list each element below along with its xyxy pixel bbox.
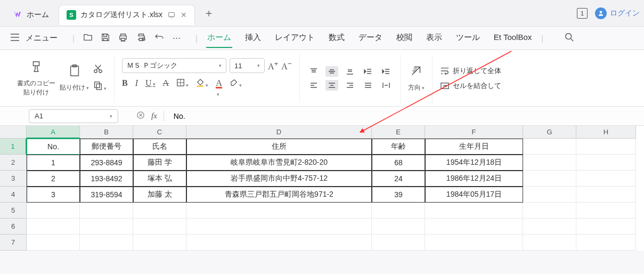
fill-color-button[interactable]: ▾: [196, 78, 208, 98]
print-preview-icon[interactable]: [136, 33, 146, 43]
cell-B3[interactable]: 193-8492: [80, 171, 133, 187]
cell-E5[interactable]: [372, 203, 425, 219]
cell-G6[interactable]: [523, 219, 576, 235]
close-icon[interactable]: ✕: [181, 11, 187, 19]
cell-B5[interactable]: [80, 203, 133, 219]
formula-input[interactable]: [170, 109, 639, 123]
menu-tab-6[interactable]: 表示: [425, 28, 443, 48]
cell-B2[interactable]: 293-8849: [80, 155, 133, 171]
cut-button[interactable]: [93, 64, 107, 76]
menu-tab-4[interactable]: データ: [357, 28, 384, 48]
cell-A1[interactable]: No.: [27, 139, 80, 155]
clear-format-button[interactable]: ▾: [230, 78, 242, 98]
cell-B1[interactable]: 郵便番号: [80, 139, 133, 155]
font-size-select[interactable]: 11▾: [230, 58, 265, 73]
column-header-C[interactable]: C: [133, 126, 186, 139]
copy-button[interactable]: ▾: [93, 80, 107, 93]
cell-D2[interactable]: 岐阜県岐阜市雪見町2-820-20: [186, 155, 372, 171]
align-right-button[interactable]: [344, 80, 356, 91]
cell-H4[interactable]: [576, 187, 636, 203]
cell-G3[interactable]: [523, 171, 576, 187]
merge-cells-button[interactable]: セルを結合して: [440, 81, 501, 91]
cell-B7[interactable]: [80, 235, 133, 251]
row-header-1[interactable]: 1: [0, 139, 27, 155]
cell-B4[interactable]: 319-8594: [80, 187, 133, 203]
login-button[interactable]: ログイン: [595, 7, 640, 19]
cell-C5[interactable]: [133, 203, 186, 219]
cell-F5[interactable]: [425, 203, 523, 219]
spreadsheet-grid[interactable]: ABCDEFGH 1234567 No.郵便番号氏名住所年齢生年月日1293-8…: [0, 126, 644, 251]
cell-A3[interactable]: 2: [27, 171, 80, 187]
bold-button[interactable]: B: [122, 78, 128, 98]
column-header-D[interactable]: D: [186, 126, 372, 139]
cell-C2[interactable]: 藤田 学: [133, 155, 186, 171]
format-painter-button[interactable]: 書式のコピー 貼り付け: [17, 60, 55, 97]
print-icon[interactable]: [118, 33, 128, 43]
menu-tab-3[interactable]: 数式: [328, 28, 346, 48]
column-header-B[interactable]: B: [80, 126, 133, 139]
cell-F1[interactable]: 生年月日: [425, 139, 523, 155]
cell-G1[interactable]: [523, 139, 576, 155]
search-icon[interactable]: [565, 33, 574, 44]
cell-E2[interactable]: 68: [372, 155, 425, 171]
row-header-4[interactable]: 4: [0, 187, 27, 203]
wrap-text-button[interactable]: 折り返して全体: [440, 66, 501, 76]
cell-B6[interactable]: [80, 219, 133, 235]
name-box[interactable]: A1▾: [29, 109, 118, 123]
cell-D7[interactable]: [186, 235, 372, 251]
align-bottom-button[interactable]: [344, 66, 356, 77]
cell-F7[interactable]: [425, 235, 523, 251]
row-header-2[interactable]: 2: [0, 155, 27, 171]
more-icon[interactable]: ⋯: [173, 33, 181, 43]
italic-button[interactable]: I: [135, 78, 138, 98]
row-header-7[interactable]: 7: [0, 235, 27, 251]
cell-C1[interactable]: 氏名: [133, 139, 186, 155]
menu-tab-5[interactable]: 校閲: [395, 28, 413, 48]
align-top-button[interactable]: [307, 66, 320, 77]
underline-button[interactable]: U▾: [145, 78, 156, 98]
cell-D5[interactable]: [186, 203, 372, 219]
cell-G4[interactable]: [523, 187, 576, 203]
increase-indent-button[interactable]: [380, 66, 393, 77]
tab-home[interactable]: ホーム: [5, 5, 56, 25]
decrease-font-button[interactable]: A−: [281, 60, 291, 71]
cell-C6[interactable]: [133, 219, 186, 235]
paste-button[interactable]: 貼り付け▾: [60, 64, 89, 92]
cell-F6[interactable]: [425, 219, 523, 235]
cell-A2[interactable]: 1: [27, 155, 80, 171]
borders-button[interactable]: ▾: [176, 78, 189, 98]
orientation-button[interactable]: ab 方向▾: [408, 64, 425, 92]
window-number-badge[interactable]: 1: [577, 8, 588, 19]
decrease-indent-button[interactable]: [362, 66, 374, 77]
cell-E6[interactable]: [372, 219, 425, 235]
cell-A6[interactable]: [27, 219, 80, 235]
column-header-E[interactable]: E: [372, 126, 425, 139]
cell-G7[interactable]: [523, 235, 576, 251]
align-left-button[interactable]: [307, 80, 320, 91]
cell-F2[interactable]: 1954年12月18日: [425, 155, 523, 171]
menu-label[interactable]: メニュー: [26, 33, 58, 43]
tab-document[interactable]: S カタログ送付リスト.xlsx ✕: [59, 5, 195, 25]
new-tab-button[interactable]: ＋: [203, 6, 214, 20]
distribute-button[interactable]: [380, 80, 393, 91]
cell-F3[interactable]: 1986年12月24日: [425, 171, 523, 187]
column-header-G[interactable]: G: [523, 126, 576, 139]
column-header-A[interactable]: A: [27, 126, 80, 139]
select-all-corner[interactable]: [0, 126, 27, 139]
cell-D4[interactable]: 青森県三戸郡五戸町岡谷地971-2: [186, 187, 372, 203]
cell-D6[interactable]: [186, 219, 372, 235]
font-name-select[interactable]: ＭＳ Ｐゴシック▾: [122, 58, 226, 73]
align-center-button[interactable]: [325, 80, 338, 91]
menu-tab-2[interactable]: レイアウト: [274, 28, 316, 48]
open-icon[interactable]: [83, 33, 93, 43]
cell-H2[interactable]: [576, 155, 636, 171]
cell-D3[interactable]: 岩手県盛岡市向中野4-757-12: [186, 171, 372, 187]
cell-H6[interactable]: [576, 219, 636, 235]
cell-C4[interactable]: 加藤 太: [133, 187, 186, 203]
cell-A5[interactable]: [27, 203, 80, 219]
cancel-fx-icon[interactable]: [136, 111, 145, 122]
cell-E1[interactable]: 年齢: [372, 139, 425, 155]
cell-C7[interactable]: [133, 235, 186, 251]
cell-G2[interactable]: [523, 155, 576, 171]
cell-H1[interactable]: [576, 139, 636, 155]
